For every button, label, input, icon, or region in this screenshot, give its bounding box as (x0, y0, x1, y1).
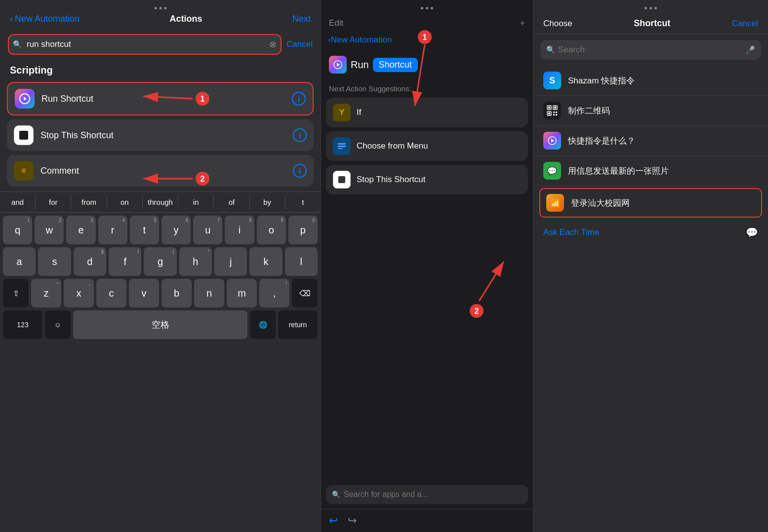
key-v[interactable]: v (129, 279, 159, 307)
shortcut-item-wifi[interactable]: 📶 登录汕大校园网 (539, 188, 762, 218)
key-y[interactable]: 6y (162, 216, 191, 244)
info-button-comment[interactable]: i (293, 164, 307, 178)
mid-search-wrapper: 🔍 (326, 485, 528, 504)
info-button-stop[interactable]: i (293, 128, 307, 142)
key-c[interactable]: c (96, 279, 126, 307)
info-button-run[interactable]: i (292, 92, 306, 106)
shortcut-item-what[interactable]: 快捷指令是什么？ (533, 126, 768, 156)
mid-action-choose-menu[interactable]: Choose from Menu (326, 131, 528, 161)
redo-button[interactable]: ↪ (348, 514, 357, 527)
key-e[interactable]: 3e (66, 216, 95, 244)
suggestion-through[interactable]: through (143, 195, 178, 209)
shortcut-item-message[interactable]: 💬 用信息发送最新的一张照片 (533, 156, 768, 186)
right-search-input[interactable] (540, 40, 761, 60)
key-return[interactable]: return (278, 310, 318, 339)
suggestion-for[interactable]: for (36, 195, 71, 209)
action-stop-shortcut[interactable]: Stop This Shortcut i (7, 119, 314, 151)
key-n[interactable]: n (194, 279, 224, 307)
right-search-wrapper: 🔍 🎤 (540, 40, 761, 60)
run-icon (329, 56, 347, 74)
action-run-shortcut[interactable]: Run Shortcut i (7, 82, 314, 115)
edit-label[interactable]: Edit (329, 18, 343, 28)
mid-search-input[interactable] (326, 485, 528, 504)
key-a[interactable]: a (3, 247, 36, 276)
key-j[interactable]: j (214, 247, 247, 276)
key-r[interactable]: 4r (98, 216, 127, 244)
mic-icon[interactable]: 🎤 (745, 45, 755, 55)
suggestion-in[interactable]: in (178, 195, 214, 209)
key-u[interactable]: 7u (193, 216, 222, 244)
key-s[interactable]: s (38, 247, 71, 276)
key-k[interactable]: k (249, 247, 282, 276)
svg-rect-13 (553, 112, 555, 113)
key-w[interactable]: 2w (35, 216, 64, 244)
mid-dot3 (431, 7, 433, 9)
key-123[interactable]: 123 (3, 310, 42, 339)
key-o[interactable]: 9o (257, 216, 286, 244)
right-search-icon: 🔍 (546, 45, 556, 54)
next-button[interactable]: Next (292, 14, 311, 24)
next-action-label: Next Action Suggestions: (321, 80, 533, 96)
message-label: 用信息发送最新的一张照片 (568, 165, 669, 177)
key-m[interactable]: m (227, 279, 257, 307)
key-row-2: a s $d ff (g "h j k l (2, 247, 319, 276)
svg-rect-14 (556, 112, 557, 113)
back-button-left[interactable]: ‹ New Automation (10, 14, 80, 24)
keyboard-area: 1q 2w 3e 4r 5t 6y 7u 8i 9o 0p a s $d ff … (0, 213, 321, 532)
ask-each-time-label: Ask Each Time (543, 228, 599, 237)
run-label: Run (351, 59, 369, 71)
suggestion-of[interactable]: of (214, 195, 249, 209)
key-t[interactable]: 5t (130, 216, 159, 244)
cancel-button-search[interactable]: Cancel (286, 39, 313, 49)
svg-rect-10 (554, 107, 556, 109)
shortcut-badge[interactable]: Shortcut (373, 58, 418, 72)
action-comment[interactable]: ≡ Comment i (7, 155, 314, 187)
svg-rect-5 (338, 146, 346, 147)
key-g[interactable]: (g (144, 247, 176, 276)
key-backspace[interactable]: ⌫ (292, 279, 318, 307)
clear-icon[interactable]: ⊗ (269, 39, 277, 50)
search-icon-left: 🔍 (13, 40, 22, 49)
run-shortcut-row: Run Shortcut (321, 49, 533, 80)
key-h[interactable]: "h (179, 247, 212, 276)
key-l[interactable]: l (285, 247, 318, 276)
dot2 (159, 7, 162, 9)
key-b[interactable]: b (162, 279, 192, 307)
suggestion-t[interactable]: t (285, 195, 321, 209)
svg-marker-3 (337, 63, 340, 67)
suggestion-by[interactable]: by (250, 195, 285, 209)
search-input[interactable] (8, 34, 282, 55)
key-x[interactable]: ...x (64, 279, 94, 307)
dot1 (154, 7, 157, 9)
mid-action-if[interactable]: Y If (326, 98, 528, 127)
shortcut-item-shazam[interactable]: S Shazam 快捷指令 (533, 66, 768, 96)
key-f[interactable]: ff (109, 247, 141, 276)
suggestion-from[interactable]: from (71, 195, 107, 209)
suggestion-on[interactable]: on (107, 195, 143, 209)
undo-button[interactable]: ↩ (329, 514, 338, 527)
key-comma[interactable]: !, (259, 279, 289, 307)
ask-each-time-row[interactable]: Ask Each Time 💬 (533, 220, 768, 245)
right-dot3 (654, 7, 657, 9)
mid-action-stop[interactable]: Stop This Shortcut (326, 165, 528, 194)
suggestion-and[interactable]: and (0, 195, 36, 209)
key-shift[interactable]: ⇧ (3, 279, 29, 307)
left-nav: ‹ New Automation Actions Next (0, 10, 321, 30)
key-i[interactable]: 8i (225, 216, 254, 244)
key-p[interactable]: 0p (288, 216, 318, 244)
back-label-left: New Automation (15, 14, 80, 24)
key-emoji[interactable]: ☺ (45, 310, 71, 339)
key-mic[interactable]: 🌐 (250, 310, 276, 339)
right-top-bar (533, 0, 768, 16)
key-space[interactable]: 空格 (73, 310, 247, 339)
shazam-label: Shazam 快捷指令 (568, 75, 635, 86)
what-label: 快捷指令是什么？ (568, 135, 635, 147)
right-dot1 (645, 7, 647, 9)
cancel-button-right[interactable]: Cancel (732, 19, 758, 29)
shortcut-item-qr[interactable]: 制作二维码 (533, 96, 768, 126)
key-q[interactable]: 1q (3, 216, 32, 244)
key-d[interactable]: $d (74, 247, 106, 276)
keyboard-suggestions: and for from on through in of by t (0, 191, 321, 213)
key-z[interactable]: ~z (31, 279, 61, 307)
add-button-mid[interactable]: + (520, 18, 525, 28)
